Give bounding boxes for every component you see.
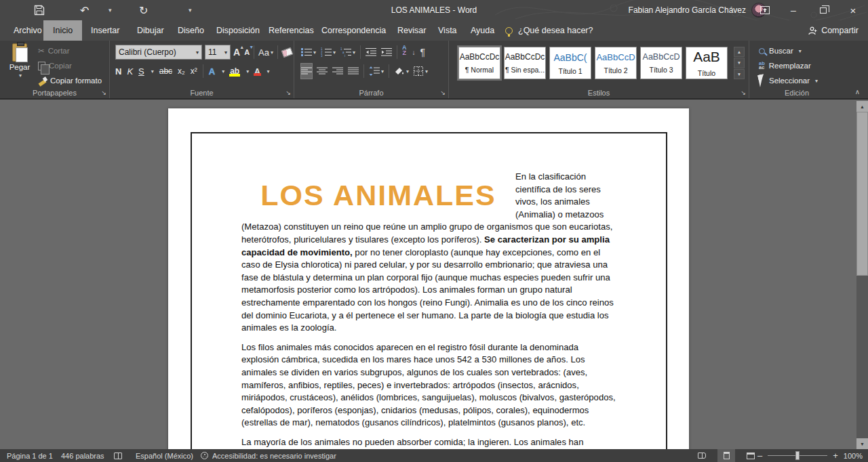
- document-page[interactable]: LOS ANIMALES En la clasificación científ…: [168, 108, 689, 449]
- multilevel-list-icon[interactable]: 1ai▾: [340, 45, 355, 60]
- increase-indent-icon[interactable]: [381, 45, 392, 60]
- tab-insertar[interactable]: Insertar: [81, 20, 129, 41]
- statusbar: Página 1 de 1 446 palabras Español (Méxi…: [0, 449, 868, 462]
- underline-dropdown-icon[interactable]: ▾: [151, 68, 154, 75]
- word-count[interactable]: 446 palabras: [61, 449, 104, 462]
- underline-button[interactable]: S: [138, 64, 144, 79]
- styles-scroll-up-icon[interactable]: ▲: [734, 47, 745, 57]
- document-body[interactable]: LOS ANIMALES En la clasificación científ…: [241, 171, 616, 449]
- select-dropdown-icon: ▾: [815, 78, 818, 84]
- collapse-ribbon-icon[interactable]: ∧: [855, 88, 860, 96]
- font-family-dropdown-icon[interactable]: ▾: [196, 49, 199, 56]
- style-name: ¶ Sin espa...: [505, 66, 545, 74]
- line-spacing-icon[interactable]: ▾: [369, 64, 384, 79]
- grow-arrow-icon: ▲: [239, 45, 244, 49]
- paste-dropdown-icon[interactable]: ▾: [19, 72, 22, 79]
- style-heading2[interactable]: AaBbCcD Título 2: [595, 47, 637, 79]
- paste-button[interactable]: Pegar ▾: [5, 43, 34, 88]
- svg-text:i: i: [344, 54, 345, 57]
- font-family-value: Calibri (Cuerpo): [119, 47, 176, 57]
- styles-scroll-down-icon[interactable]: ▼: [734, 58, 745, 68]
- bullets-icon[interactable]: ▾: [301, 45, 316, 60]
- zoom-slider-thumb[interactable]: [795, 451, 800, 460]
- scroll-up-icon[interactable]: ▲: [856, 101, 868, 112]
- share-button[interactable]: Compartir: [808, 20, 859, 41]
- read-mode-icon: [698, 453, 706, 459]
- editing-group-label: Edición: [749, 89, 844, 97]
- account-block[interactable]: Fabian Alejandro García Chávez: [629, 0, 766, 20]
- decrease-indent-icon[interactable]: [366, 45, 376, 60]
- zoom-in-button[interactable]: +: [833, 450, 838, 461]
- vertical-scrollbar[interactable]: ▲ ▼: [856, 101, 868, 449]
- change-case-button[interactable]: Aa▾: [258, 45, 273, 60]
- replace-button[interactable]: abac Reemplazar: [759, 59, 811, 72]
- show-paragraph-marks-icon[interactable]: ¶: [420, 47, 426, 58]
- style-no-spacing[interactable]: AaBbCcDc ¶ Sin espa...: [504, 47, 546, 79]
- paragraph-2[interactable]: Los filos animales más conocidos aparece…: [241, 341, 616, 429]
- language-indicator[interactable]: Español (México): [136, 449, 193, 462]
- subscript-button[interactable]: x₂: [178, 64, 185, 79]
- align-left-button[interactable]: [301, 64, 312, 79]
- style-normal[interactable]: AaBbCcDc ¶ Normal: [458, 47, 500, 79]
- sort-icon[interactable]: AZ: [402, 45, 407, 60]
- bold-button[interactable]: N: [115, 64, 121, 79]
- document-title-block[interactable]: LOS ANIMALES: [241, 171, 515, 219]
- paragraph-3[interactable]: La mayoría de los animales no pueden abs…: [241, 436, 616, 449]
- ribbon-display-options-icon[interactable]: [751, 0, 778, 20]
- align-center-button[interactable]: [317, 64, 328, 79]
- proofing-icon[interactable]: [114, 449, 122, 462]
- font-color-dropdown-icon[interactable]: ▾: [267, 68, 270, 75]
- clear-formatting-icon[interactable]: [281, 47, 294, 57]
- superscript-button[interactable]: x²: [191, 64, 197, 79]
- ribbon-tab-row: Archivo Inicio Insertar Dibujar Diseño D…: [0, 20, 868, 41]
- tab-correspondencia[interactable]: Correspondencia: [312, 20, 395, 41]
- tab-inicio[interactable]: Inicio: [43, 20, 82, 41]
- style-name: Título 3: [641, 66, 682, 74]
- font-size-dropdown-icon[interactable]: ▾: [224, 49, 227, 56]
- paste-icon: [12, 43, 27, 62]
- accessibility-icon: [201, 452, 208, 459]
- scrollbar-thumb[interactable]: [856, 112, 868, 276]
- strikethrough-button[interactable]: abc: [159, 64, 172, 79]
- cut-button[interactable]: ✂ Cortar: [38, 44, 70, 58]
- restore-button[interactable]: [808, 0, 838, 20]
- text-effects-button[interactable]: A: [209, 64, 215, 79]
- align-right-button[interactable]: [332, 64, 343, 79]
- highlight-dropdown-icon[interactable]: ▾: [246, 68, 249, 75]
- select-button[interactable]: Seleccionar ▾: [759, 74, 818, 87]
- font-size-combobox[interactable]: 11 ▾: [205, 45, 231, 60]
- font-color-button[interactable]: A: [254, 67, 260, 75]
- format-painter-icon: [38, 77, 47, 85]
- font-family-combobox[interactable]: Calibri (Cuerpo) ▾: [115, 45, 202, 60]
- text-effects-dropdown-icon[interactable]: ▾: [222, 68, 224, 75]
- page-indicator[interactable]: Página 1 de 1: [7, 449, 53, 462]
- shading-icon[interactable]: ▾: [394, 64, 409, 79]
- find-button[interactable]: Buscar ▾: [759, 44, 802, 58]
- close-button[interactable]: ×: [838, 0, 868, 20]
- shrink-font-button[interactable]: A▼: [244, 45, 250, 60]
- tell-me-search[interactable]: ¿Qué desea hacer?: [505, 20, 593, 41]
- zoom-out-button[interactable]: –: [757, 450, 762, 461]
- read-mode-button[interactable]: [693, 449, 711, 462]
- style-heading3[interactable]: AaBbCcD Título 3: [640, 47, 682, 79]
- borders-icon[interactable]: ▾: [414, 64, 428, 79]
- document-canvas: LOS ANIMALES En la clasificación científ…: [0, 101, 868, 449]
- italic-button[interactable]: K: [127, 64, 133, 79]
- format-painter-button[interactable]: Copiar formato: [38, 74, 102, 87]
- minimize-button[interactable]: –: [778, 0, 808, 20]
- style-title[interactable]: AaB Título: [686, 47, 728, 79]
- zoom-slider[interactable]: [768, 455, 827, 456]
- grow-font-button[interactable]: A▲: [233, 45, 240, 60]
- tab-dibujar[interactable]: Dibujar: [127, 20, 174, 41]
- zoom-level[interactable]: 100%: [844, 452, 863, 460]
- scroll-down-icon[interactable]: ▼: [856, 438, 868, 449]
- print-layout-button[interactable]: [717, 449, 735, 462]
- justify-button[interactable]: [348, 64, 359, 79]
- tab-ayuda[interactable]: Ayuda: [461, 20, 504, 41]
- copy-button[interactable]: Copiar: [38, 59, 72, 72]
- numbering-icon[interactable]: 123▾: [321, 45, 336, 60]
- accessibility-status[interactable]: Accesibilidad: es necesario investigar: [201, 449, 336, 462]
- styles-more-icon[interactable]: ▼: [734, 69, 745, 79]
- style-heading1[interactable]: AaBbC( Título 1: [549, 47, 591, 79]
- highlight-button[interactable]: ab: [230, 66, 239, 76]
